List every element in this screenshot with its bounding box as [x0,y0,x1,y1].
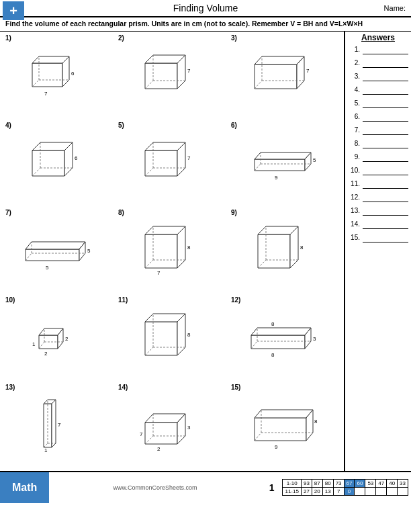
problem-1: 1) 6 7 [3,33,116,120]
main-content: 1) 6 7 2) [0,32,411,471]
svg-marker-12 [255,64,297,89]
problem-11-figure: 8 [138,310,205,367]
problem-11: 11) 8 [116,295,228,382]
answer-line-1: 1. [348,45,408,54]
problem-15-figure: 8 9 [251,399,318,453]
problem-10-num: 10) [5,296,15,304]
dim-label-8a: 8 [187,245,191,251]
dim-label-10b: 2 [44,351,48,357]
dim-label-14a: 3 [187,425,191,431]
answer-line-13: 13. [348,206,408,216]
dim-label-2: 7 [187,68,191,74]
problem-6-num: 6) [231,122,237,129]
score-table: 1-10 93 87 80 73 67 60 53 47 40 33 11-15… [282,479,408,496]
svg-marker-67 [251,328,311,335]
answer-line-5: 5. [348,99,408,108]
svg-marker-18 [32,150,64,176]
dim-label-10c: 1 [32,341,36,347]
dim-label-7a: 5 [87,248,91,254]
problem-7-num: 7) [5,209,11,216]
problem-5-figure: 7 [138,137,205,191]
problem-2: 2) 7 [116,33,228,120]
answer-line-8: 8. [348,139,408,148]
dim-label-1b: 7 [44,91,48,97]
problem-12-figure: 3 8 8 [248,316,322,360]
dim-label-5: 7 [187,155,191,161]
svg-marker-78 [145,423,177,444]
problem-10-figure: 2 2 1 [31,316,88,360]
answer-line-14: 14. [348,220,408,229]
answer-line-6: 6. [348,112,408,122]
svg-marker-36 [26,249,79,261]
answers-title: Answers [348,33,408,42]
dim-label-3: 7 [306,68,310,74]
problem-7-figure: 5 5 [22,226,96,276]
problem-15: 15) 8 9 [228,382,341,470]
problem-8-num: 8) [118,209,124,216]
dim-label-6b: 9 [275,175,278,181]
dim-label-15b: 9 [275,444,278,450]
answer-line-15: 15. [348,233,408,242]
instructions-text: Find the volume of each rectangular pris… [5,19,363,28]
problem-14-figure: 3 2 7 [138,397,205,454]
problem-13-figure: 7 1 [36,397,83,454]
page-number: 1 [269,482,275,493]
problem-9-num: 9) [231,209,237,216]
svg-marker-84 [255,418,306,441]
problem-3-figure: 7 [251,50,318,103]
svg-marker-6 [145,63,177,89]
dim-label-1: 6 [71,71,75,77]
svg-marker-24 [145,150,177,176]
dim-label-13b: 1 [44,447,48,453]
answer-line-10: 10. [348,166,408,175]
dim-label-7b: 5 [46,265,49,271]
svg-marker-0 [32,63,62,87]
problem-12: 12) 3 8 8 [228,295,341,382]
dim-label-9a: 8 [300,245,304,251]
dim-label-14c: 7 [140,431,143,437]
instructions: Find the volume of each rectangular pris… [0,17,411,32]
dim-label-12c: 8 [271,321,275,327]
dim-label-14b: 2 [157,446,161,452]
problem-6-figure: 5 9 [251,140,318,187]
problem-4: 4) 6 [3,120,116,208]
problem-13: 13) 7 1 [3,382,116,470]
svg-marker-85 [255,410,313,418]
answers-panel: Answers 1. 2. 3. 4. 5. 6. 7. [344,32,411,471]
dim-label-6a: 5 [313,157,316,163]
dim-label-4: 6 [75,155,78,161]
dim-label-13a: 7 [58,422,61,428]
answer-line-12: 12. [348,193,408,202]
problem-7: 7) 5 5 [3,208,116,295]
problem-14-num: 14) [118,384,128,391]
problem-14: 14) 3 2 7 [116,382,228,470]
svg-marker-66 [251,335,305,349]
problem-12-num: 12) [231,296,240,304]
problem-5-num: 5) [118,122,124,129]
problem-8-figure: 8 7 [138,222,205,279]
problems-grid: 1) 6 7 2) [0,32,344,471]
svg-marker-31 [255,152,311,159]
dim-label-10a: 2 [65,336,68,342]
website-url: www.CommonCoreSheets.com [49,484,261,491]
problem-2-num: 2) [118,34,124,42]
problem-5: 5) 7 [116,120,228,208]
answer-line-7: 7. [348,126,408,135]
problem-11-num: 11) [118,296,128,304]
page-title: Finding Volume [173,3,238,13]
problem-13-num: 13) [5,384,15,391]
problem-9: 9) 8 [228,208,341,295]
svg-marker-74 [52,400,56,447]
page-footer: Math www.CommonCoreSheets.com 1 1-10 93 … [0,471,411,503]
dim-label-11a: 8 [187,332,191,338]
name-field: Name: [384,4,406,12]
problem-3: 3) 7 [228,33,341,120]
problem-4-figure: 6 [26,137,93,191]
answer-line-2: 2. [348,58,408,68]
problem-1-figure: 6 7 [26,50,93,103]
svg-marker-37 [26,242,85,249]
dim-label-8b: 7 [157,270,161,276]
problem-8: 8) 8 7 [116,208,228,295]
problem-1-num: 1) [5,34,11,42]
problem-4-num: 4) [5,122,11,129]
